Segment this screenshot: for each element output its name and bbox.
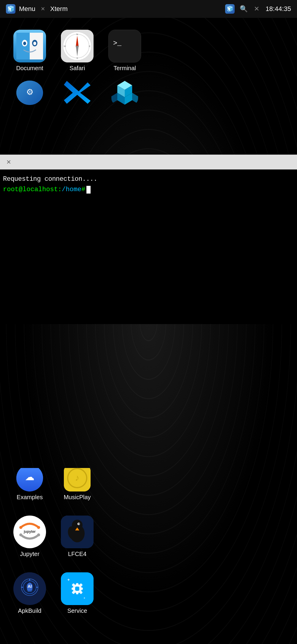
cube-icon: 🧊 [7,5,15,12]
close-icon: ✕ [254,5,259,13]
icon-row-apkbuild-service: AI ApkBuild [12,572,285,614]
app-icon-apkbuild[interactable]: AI ApkBuild [12,572,48,614]
prompt-path: /home [62,184,81,195]
svg-text:⚙: ⚙ [26,87,34,97]
svg-text:E: E [89,45,90,48]
xterm-window-close-button[interactable]: ✕ [4,158,13,166]
app-icon-terminal[interactable]: >_ Terminal [107,30,143,72]
icon-row-jupyter-lfce4: jupyter Jupyter [12,516,285,557]
terminal-svg: >_ [109,30,141,62]
svg-point-38 [37,533,40,536]
svg-point-7 [33,42,36,45]
apkbuild-svg: AI [13,572,46,605]
close-button[interactable]: ✕ [252,5,261,13]
jupyter-svg: jupyter [15,517,45,547]
apkbuild-icon-img: AI [13,572,46,605]
safari-svg: N S E W [61,30,94,62]
taskbar-cube-icon: 🧊 [225,4,235,14]
svg-marker-27 [132,93,138,105]
svg-text:N: N [76,33,78,36]
svg-point-46 [78,523,80,524]
svg-marker-26 [111,93,117,105]
search-button[interactable]: 🔍 [239,5,248,13]
app-icon-boxes[interactable] [107,81,143,107]
xterm-label: Xterm [50,5,68,13]
document-icon-img [13,30,46,62]
status-bar-right: 🧊 🔍 ✕ 18:44:35 [225,4,291,14]
svg-point-36 [37,526,40,529]
svg-point-37 [19,533,22,536]
jupyter-label: Jupyter [20,551,40,557]
app-icon-instruments[interactable]: ⚙ [12,81,48,107]
service-label: Service [67,607,87,614]
service-svg: ✦ ✦ [61,572,94,605]
svg-point-58 [75,586,80,591]
icon-row-2: ⚙ [12,81,285,107]
musicplay-label: MusicPlay [64,494,91,501]
instruments-svg: ⚙ [16,81,43,105]
examples-label: Examples [17,494,43,501]
vscode-icon-img [64,81,91,105]
svg-rect-2 [30,33,43,59]
terminal-label: Terminal [113,65,136,72]
svg-rect-61 [72,588,75,590]
boxes-svg [111,81,138,105]
prompt-host: localhost [23,184,58,195]
svg-rect-62 [79,588,83,590]
examples-icon-img: ☁ [16,468,43,491]
terminal-connecting-text: Requesting connection.... [3,174,294,184]
safari-label: Safari [69,65,85,72]
svg-text:AI: AI [28,584,32,589]
safari-icon-img: N S E W [61,30,94,62]
cursor [86,186,91,194]
svg-rect-59 [76,583,78,587]
svg-text:♪: ♪ [75,473,80,483]
svg-rect-50 [27,589,32,590]
musicplay-icon-img: ♪ [64,468,91,491]
search-icon: 🔍 [240,5,248,13]
prompt-colon: : [58,184,62,195]
app-icon-safari[interactable]: N S E W Safari [59,30,95,72]
time-display: 18:44:35 [266,5,291,13]
desktop-top: Document N S E W [0,21,297,125]
svg-point-5 [23,42,26,45]
app-icon-examples[interactable]: ☁ Examples [12,468,48,501]
svg-text:W: W [64,45,66,48]
svg-text:jupyter: jupyter [23,530,36,534]
menu-label[interactable]: Menu [19,5,35,13]
terminal-icon-img: >_ [108,30,141,62]
app-icon-vscode[interactable] [59,81,95,107]
app-icon-musicplay[interactable]: ♪ MusicPlay [59,468,95,501]
prompt-user: root [3,184,19,195]
service-icon-img: ✦ ✦ [61,572,94,605]
svg-text:☁: ☁ [25,472,34,482]
menu-icon: 🧊 [6,4,15,14]
icon-row-bottom-partial: ☁ Examples ♪ MusicPlay [12,468,285,501]
app-icon-jupyter[interactable]: jupyter Jupyter [12,516,48,557]
document-label: Document [16,65,43,72]
xterm-close-icon[interactable]: ✕ [39,5,47,13]
app-icon-document[interactable]: Document [12,30,48,72]
instruments-icon-img: ⚙ [16,81,43,105]
cube-small-icon: 🧊 [227,6,233,12]
x-icon: ✕ [41,6,45,12]
svg-text:>_: >_ [113,39,122,47]
terminal-prompt-line: root@localhost:/home# [3,184,294,195]
svg-rect-1 [16,33,30,59]
boxes-icon-img [111,81,138,105]
svg-rect-60 [76,591,78,594]
desktop-bottom: ☁ Examples ♪ MusicPlay [0,462,297,644]
app-icon-service[interactable]: ✦ ✦ Service [59,572,95,614]
icon-row-1: Document N S E W [12,30,285,72]
svg-text:S: S [76,57,78,59]
svg-point-35 [19,526,22,529]
app-icon-lfce4[interactable]: LFCE4 [59,516,95,557]
status-bar-left: 🧊 Menu ✕ Xterm [6,4,68,14]
apkbuild-label: ApkBuild [18,607,42,614]
lfce4-label: LFCE4 [68,551,86,557]
xterm-window: ✕ Requesting connection.... root@localho… [0,155,297,324]
lfce4-svg [61,516,94,548]
xterm-body[interactable]: Requesting connection.... root@localhost… [0,169,297,324]
finder-svg [16,33,43,59]
xterm-titlebar: ✕ [0,155,297,169]
